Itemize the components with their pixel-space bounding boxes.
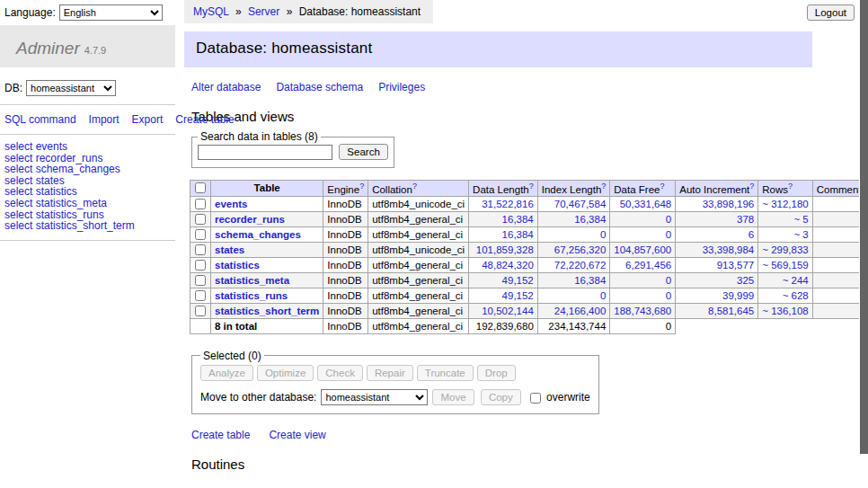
auto-increment-cell: 378 — [676, 211, 758, 226]
breadcrumb-link-server[interactable]: Server — [248, 5, 279, 18]
privileges-link[interactable]: Privileges — [378, 81, 425, 93]
copy-button[interactable]: Copy — [481, 389, 521, 405]
repair-button[interactable]: Repair — [367, 365, 413, 381]
truncate-button[interactable]: Truncate — [417, 365, 474, 381]
auto-increment-link[interactable]: 8,581,645 — [708, 306, 754, 316]
rows-estimate-link[interactable]: ~ 3 — [793, 229, 808, 240]
data-length-link[interactable]: 16,384 — [502, 214, 534, 225]
auto-increment-link[interactable]: 913,577 — [717, 260, 755, 271]
logout-button[interactable]: Logout — [807, 4, 855, 21]
data-free-link[interactable]: 0 — [666, 214, 671, 225]
index-length-link[interactable]: 24,166,400 — [554, 306, 607, 316]
auto-increment-link[interactable]: 378 — [737, 214, 754, 225]
table-link-statistics[interactable]: statistics — [215, 260, 260, 271]
rows-estimate-link[interactable]: ~ 5 — [793, 214, 808, 225]
sidebar-link-export[interactable]: Export — [132, 113, 164, 126]
auto-increment-link[interactable]: 6 — [748, 229, 754, 240]
data-free-link[interactable]: 0 — [666, 229, 671, 240]
rows-estimate-link[interactable]: ~ 628 — [783, 290, 809, 301]
sidebar-select-statistics_short_term[interactable]: select statistics_short_term — [4, 220, 175, 232]
sidebar-link-import[interactable]: Import — [89, 113, 120, 126]
sidebar-link-create-table[interactable]: Create table — [175, 113, 234, 126]
scrollbar-thumb[interactable] — [860, 0, 868, 454]
data-free-link[interactable]: 50,331,648 — [620, 199, 672, 209]
data-free-link[interactable]: 6,291,456 — [625, 260, 671, 271]
row-checkbox[interactable] — [195, 214, 206, 225]
help-icon[interactable]: ? — [412, 182, 417, 191]
index-length-link[interactable]: 16,384 — [574, 275, 606, 286]
row-checkbox[interactable] — [195, 199, 206, 209]
db-select[interactable]: homeassistant — [26, 80, 116, 96]
row-checkbox[interactable] — [195, 290, 206, 301]
select-all-checkbox[interactable] — [195, 182, 206, 193]
vertical-scrollbar[interactable] — [859, 0, 868, 488]
index-length-link[interactable]: 67,256,320 — [554, 244, 607, 255]
table-link-schema_changes[interactable]: schema_changes — [215, 229, 301, 240]
sidebar-select-statistics_meta[interactable]: select statistics_meta — [4, 198, 175, 209]
index-length-link[interactable]: 70,467,584 — [554, 199, 607, 209]
row-checkbox[interactable] — [195, 275, 206, 286]
row-checkbox[interactable] — [195, 260, 206, 271]
database-schema-link[interactable]: Database schema — [276, 81, 363, 93]
data-free-link[interactable]: 188,743,680 — [614, 306, 671, 316]
create-table-link[interactable]: Create table — [191, 429, 250, 441]
sidebar-link-sql-command[interactable]: SQL command — [4, 113, 76, 126]
data-length-link[interactable]: 48,824,320 — [482, 260, 534, 271]
data-free-link[interactable]: 0 — [666, 290, 671, 301]
data-free-link[interactable]: 0 — [666, 275, 671, 286]
rows-estimate-cell: ~ 312,180 — [758, 196, 812, 211]
drop-button[interactable]: Drop — [477, 365, 516, 381]
table-link-statistics_meta[interactable]: statistics_meta — [215, 275, 289, 286]
rows-estimate-link[interactable]: ~ 569,159 — [762, 260, 808, 271]
overwrite-checkbox[interactable] — [530, 393, 541, 404]
table-link-events[interactable]: events — [215, 199, 247, 209]
auto-increment-link[interactable]: 33,898,196 — [703, 199, 755, 209]
sidebar-select-schema_changes[interactable]: select schema_changes — [4, 164, 175, 175]
help-icon[interactable]: ? — [359, 182, 364, 191]
rows-estimate-link[interactable]: ~ 244 — [783, 275, 809, 286]
help-icon[interactable]: ? — [788, 182, 793, 191]
table-link-statistics_runs[interactable]: statistics_runs — [215, 290, 288, 301]
index-length-link[interactable]: 72,220,672 — [554, 260, 607, 271]
language-select[interactable]: English — [59, 4, 163, 21]
table-link-states[interactable]: states — [215, 244, 244, 255]
create-view-link[interactable]: Create view — [269, 429, 325, 441]
auto-increment-link[interactable]: 39,999 — [722, 290, 754, 301]
search-input[interactable] — [198, 145, 332, 160]
data-length-link[interactable]: 31,522,816 — [482, 199, 534, 209]
rows-estimate-link[interactable]: ~ 136,108 — [762, 306, 808, 316]
help-icon[interactable]: ? — [749, 182, 754, 191]
alter-database-link[interactable]: Alter database — [191, 81, 261, 93]
table-link-recorder_runs[interactable]: recorder_runs — [215, 214, 285, 225]
column-header-auto-increment: Auto Increment? — [676, 181, 758, 197]
index-length-link[interactable]: 0 — [600, 229, 606, 240]
rows-estimate-link[interactable]: ~ 312,180 — [762, 199, 808, 209]
help-icon[interactable]: ? — [601, 182, 606, 191]
breadcrumb-link-mysql[interactable]: MySQL — [193, 5, 229, 18]
move-database-select[interactable]: homeassistant — [321, 389, 428, 405]
index-length-link[interactable]: 16,384 — [574, 214, 606, 225]
data-length-link[interactable]: 10,502,144 — [482, 306, 534, 316]
sidebar-select-events[interactable]: select events — [4, 141, 175, 153]
analyze-button[interactable]: Analyze — [200, 365, 253, 381]
data-length-cell: 48,824,320 — [469, 257, 538, 272]
row-checkbox[interactable] — [195, 306, 206, 316]
data-free-link[interactable]: 104,857,600 — [614, 244, 671, 255]
rows-estimate-link[interactable]: ~ 299,833 — [762, 244, 808, 255]
move-button[interactable]: Move — [432, 389, 474, 405]
check-button[interactable]: Check — [317, 365, 363, 381]
help-icon[interactable]: ? — [660, 182, 664, 191]
help-icon[interactable]: ? — [529, 182, 534, 191]
data-length-link[interactable]: 101,859,328 — [476, 244, 534, 255]
row-checkbox[interactable] — [195, 229, 206, 240]
index-length-link[interactable]: 0 — [600, 290, 606, 301]
data-length-link[interactable]: 49,152 — [502, 275, 534, 286]
auto-increment-link[interactable]: 325 — [737, 275, 754, 286]
search-button[interactable]: Search — [339, 144, 387, 160]
data-length-link[interactable]: 49,152 — [502, 290, 534, 301]
table-link-statistics_short_term[interactable]: statistics_short_term — [215, 306, 319, 316]
row-checkbox[interactable] — [195, 244, 206, 255]
optimize-button[interactable]: Optimize — [257, 365, 314, 381]
auto-increment-link[interactable]: 33,398,984 — [703, 244, 755, 255]
data-length-link[interactable]: 16,384 — [502, 229, 534, 240]
